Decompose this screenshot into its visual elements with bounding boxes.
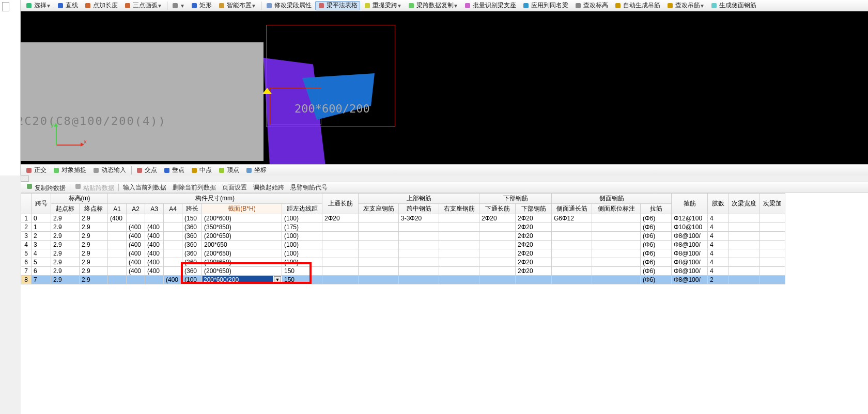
cell-empty[interactable] xyxy=(760,232,785,241)
cell-so[interactable] xyxy=(592,276,641,284)
cell-so[interactable] xyxy=(592,258,641,267)
cell-empty[interactable] xyxy=(729,267,760,276)
beam-flat-table-button[interactable]: 梁平法表格 xyxy=(315,1,360,10)
cell-bf[interactable]: 2Φ20 xyxy=(479,214,516,223)
cell-se[interactable]: 2.9 xyxy=(51,241,80,249)
cell-dl[interactable]: (100) xyxy=(282,214,322,223)
cell-span[interactable]: 0 xyxy=(32,214,51,223)
cell-ee[interactable]: 2.9 xyxy=(80,249,108,258)
cell-ee[interactable]: 2.9 xyxy=(80,241,108,249)
col-header[interactable]: 上部钢筋 xyxy=(359,194,479,204)
cell-st[interactable]: Φ10@100 xyxy=(672,223,708,232)
cell-limb[interactable]: 4 xyxy=(708,267,729,276)
cell-dl[interactable]: (175) xyxy=(282,223,322,232)
col-header[interactable]: 跨中钢筋 xyxy=(399,204,439,214)
cell-a1[interactable] xyxy=(108,232,127,241)
cell-len[interactable]: (150 xyxy=(182,214,202,223)
cell-se[interactable]: 2.9 xyxy=(51,258,80,267)
cell-span[interactable]: 4 xyxy=(32,249,51,258)
beam-data-grid[interactable]: 跨号标高(m)构件尺寸(mm)上通长筋上部钢筋下部钢筋侧面钢筋箍筋肢数次梁宽度次… xyxy=(21,193,785,284)
cell-tl[interactable] xyxy=(359,214,399,223)
cell-len[interactable]: (360 xyxy=(182,267,202,276)
cell-tl[interactable] xyxy=(359,276,399,284)
cell-tm[interactable] xyxy=(399,258,439,267)
cell-a2[interactable]: (400 xyxy=(127,223,145,232)
cell-empty[interactable] xyxy=(729,241,760,249)
dropdown-button[interactable]: ▾ xyxy=(169,1,187,10)
cell-st[interactable]: Φ8@100/ xyxy=(672,249,708,258)
left-mini-tab[interactable] xyxy=(2,2,9,11)
table-row[interactable]: 762.92.9(400(400(360(200*650)1502Φ20(Φ6)… xyxy=(21,267,785,276)
cell-bf[interactable] xyxy=(479,249,516,258)
cell-limb[interactable]: 4 xyxy=(708,249,729,258)
cell-tf[interactable] xyxy=(322,241,359,249)
cell-tie[interactable]: (Φ6) xyxy=(641,276,672,284)
col-header[interactable]: 起点标 xyxy=(51,204,80,214)
cell-empty[interactable] xyxy=(760,223,785,232)
dropdown-arrow-icon[interactable]: ▾ xyxy=(397,2,401,9)
cell-tm[interactable] xyxy=(399,241,439,249)
cell-bf[interactable] xyxy=(479,276,516,284)
menu-item-2[interactable]: 输入当前列数据 xyxy=(120,182,169,193)
cell-bs[interactable] xyxy=(516,276,552,284)
cell-sf[interactable] xyxy=(552,241,592,249)
col-header[interactable]: 截面(B*H) xyxy=(202,204,282,214)
cell-span[interactable]: 7 xyxy=(32,276,51,284)
edit-beam-prop-button[interactable]: 修改梁段属性 xyxy=(263,1,314,10)
cell-sec[interactable]: (200*650) xyxy=(202,232,282,241)
table-row[interactable]: 322.92.9(400(400(360(200*650)(100)2Φ20(Φ… xyxy=(21,232,785,241)
cell-bf[interactable] xyxy=(479,232,516,241)
cell-tl[interactable] xyxy=(359,241,399,249)
cell-limb[interactable]: 4 xyxy=(708,223,729,232)
cell-dl[interactable]: (100) xyxy=(282,258,322,267)
cell-len[interactable]: (100 xyxy=(182,276,202,284)
point-length-button[interactable]: 点加长度 xyxy=(82,1,120,10)
copy-span-data-button[interactable]: 梁跨数据复制▾ xyxy=(405,1,460,10)
cell-len[interactable]: (360 xyxy=(182,258,202,267)
cell-se[interactable]: 2.9 xyxy=(51,223,80,232)
cell-so[interactable] xyxy=(592,223,641,232)
snap-vertex-toggle[interactable]: 顶点 xyxy=(215,166,242,175)
section-combo-input[interactable] xyxy=(202,276,273,284)
col-header[interactable]: 次梁加 xyxy=(760,194,785,214)
cell-sec[interactable]: 200*650 xyxy=(202,241,282,249)
table-row[interactable]: 872.92.9(400(100▼150(Φ6)Φ8@100/2 xyxy=(21,276,785,284)
cell-so[interactable] xyxy=(592,232,641,241)
cell-dl[interactable]: 150 xyxy=(282,276,322,284)
cell-st[interactable]: Φ8@100/ xyxy=(672,258,708,267)
cell-sf[interactable] xyxy=(552,267,592,276)
cell-sec[interactable]: (200*650) xyxy=(202,258,282,267)
cell-ee[interactable]: 2.9 xyxy=(80,223,108,232)
cell-tr[interactable] xyxy=(439,223,479,232)
cell-empty[interactable] xyxy=(729,249,760,258)
cell-tl[interactable] xyxy=(359,223,399,232)
cell-ee[interactable]: 2.9 xyxy=(80,214,108,223)
cell-a4[interactable] xyxy=(164,241,182,249)
menu-item-4[interactable]: 页面设置 xyxy=(219,182,250,193)
menu-item-5[interactable]: 调换起始跨 xyxy=(250,182,287,193)
cell-a1[interactable]: (400 xyxy=(108,214,127,223)
cell-se[interactable]: 2.9 xyxy=(51,232,80,241)
col-header[interactable]: 侧面原位标注 xyxy=(592,204,641,214)
cell-ee[interactable]: 2.9 xyxy=(80,232,108,241)
cell-span[interactable]: 3 xyxy=(32,241,51,249)
cell-tf[interactable] xyxy=(322,249,359,258)
col-header[interactable]: 侧面钢筋 xyxy=(552,194,672,204)
rect-button[interactable]: 矩形 xyxy=(188,1,214,10)
dropdown-arrow-icon[interactable]: ▾ xyxy=(252,2,256,9)
row-number-cell[interactable]: 2 xyxy=(21,223,32,232)
cell-empty[interactable] xyxy=(729,258,760,267)
cell-a2[interactable]: (400 xyxy=(127,267,145,276)
apply-same-beam-button[interactable]: 应用到同名梁 xyxy=(520,1,571,10)
menu-item-6[interactable]: 悬臂钢筋代号 xyxy=(287,182,331,193)
cell-tm[interactable] xyxy=(399,267,439,276)
cell-tr[interactable] xyxy=(439,267,479,276)
cell-tf[interactable] xyxy=(322,267,359,276)
cell-a1[interactable] xyxy=(108,258,127,267)
cell-se[interactable]: 2.9 xyxy=(51,214,80,223)
col-header[interactable]: A2 xyxy=(127,204,145,214)
cell-empty[interactable] xyxy=(760,258,785,267)
dropdown-arrow-icon[interactable]: ▾ xyxy=(454,2,458,9)
snap-intersection-toggle[interactable]: 交点 xyxy=(133,166,160,175)
col-header[interactable]: 标高(m) xyxy=(51,194,108,204)
